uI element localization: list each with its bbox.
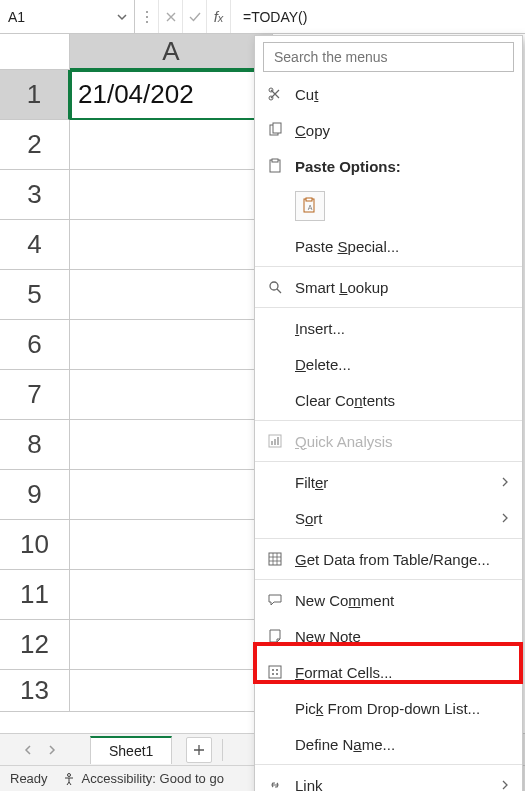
row-header-3[interactable]: 3	[0, 170, 70, 220]
menu-quick-analysis: Quick Analysis	[255, 423, 522, 459]
x-icon	[165, 11, 177, 23]
svg-rect-17	[269, 553, 281, 565]
menu-pick-list[interactable]: Pick From Drop-down List...	[255, 690, 522, 726]
menu-smart-lookup[interactable]: Smart Lookup	[255, 269, 522, 305]
svg-point-20	[276, 669, 278, 671]
menu-insert[interactable]: Insert...	[255, 310, 522, 346]
name-box-input[interactable]	[8, 9, 98, 25]
menu-new-note[interactable]: New Note	[255, 618, 522, 654]
scissors-icon	[263, 86, 287, 102]
svg-rect-14	[271, 441, 273, 445]
menu-pick-list-label: Pick From Drop-down List...	[295, 700, 480, 717]
menu-new-comment-label: New Comment	[295, 592, 394, 609]
status-accessibility[interactable]: Accessibility: Good to go	[62, 771, 224, 786]
cell-a1[interactable]: 21/04/202	[70, 70, 273, 120]
cell-a8[interactable]	[70, 420, 273, 470]
menu-format-cells-label: Format Cells...	[295, 664, 393, 681]
add-sheet-button[interactable]	[186, 737, 212, 763]
menu-delete[interactable]: Delete...	[255, 346, 522, 382]
row-header-8[interactable]: 8	[0, 420, 70, 470]
name-box-dropdown[interactable]	[116, 11, 128, 23]
cancel-formula-button[interactable]	[159, 0, 183, 33]
row-header-1[interactable]: 1	[0, 70, 70, 120]
svg-rect-8	[272, 159, 278, 162]
menu-smart-lookup-label: Smart Lookup	[295, 279, 388, 296]
menu-filter-label: Filter	[295, 474, 328, 491]
row-header-6[interactable]: 6	[0, 320, 70, 370]
cell-a12[interactable]	[70, 620, 273, 670]
cell-a9[interactable]	[70, 470, 273, 520]
check-icon	[188, 11, 202, 23]
separator	[255, 764, 522, 765]
menu-filter[interactable]: Filter	[255, 464, 522, 500]
sheet-tab-sheet1[interactable]: Sheet1	[90, 736, 172, 764]
cell-a5[interactable]	[70, 270, 273, 320]
plus-icon	[192, 743, 206, 757]
search-menus-input[interactable]	[263, 42, 514, 72]
cell-a3[interactable]	[70, 170, 273, 220]
cell-a13[interactable]	[70, 670, 273, 712]
menu-paste-special[interactable]: Paste Special...	[255, 228, 522, 264]
row-header-11[interactable]: 11	[0, 570, 70, 620]
row-header-4[interactable]: 4	[0, 220, 70, 270]
menu-clear-contents[interactable]: Clear Contents	[255, 382, 522, 418]
cell-a4[interactable]	[70, 220, 273, 270]
format-cells-icon	[263, 664, 287, 680]
insert-function-button[interactable]: fx	[207, 0, 231, 33]
menu-sort[interactable]: Sort	[255, 500, 522, 536]
status-ready: Ready	[10, 771, 48, 786]
cell-a11[interactable]	[70, 570, 273, 620]
search-icon	[263, 279, 287, 295]
svg-text:A: A	[308, 204, 313, 211]
chevron-down-icon	[116, 11, 128, 23]
menu-format-cells[interactable]: Format Cells...	[255, 654, 522, 690]
menu-clear-contents-label: Clear Contents	[295, 392, 395, 409]
column-header-a[interactable]: A	[70, 34, 273, 70]
cell-a2[interactable]	[70, 120, 273, 170]
row-header-5[interactable]: 5	[0, 270, 70, 320]
comment-icon	[263, 592, 287, 608]
menu-paste-options-label: Paste Options:	[295, 158, 401, 175]
paste-options-row: A	[255, 184, 522, 228]
svg-rect-18	[269, 666, 281, 678]
row-header-13[interactable]: 13	[0, 670, 70, 712]
row-header-10[interactable]: 10	[0, 520, 70, 570]
select-all-corner[interactable]	[0, 34, 70, 70]
name-box-wrap	[0, 0, 135, 33]
menu-cut-label: Cut	[295, 86, 318, 103]
separator-dots	[135, 0, 159, 33]
quick-analysis-icon	[263, 433, 287, 449]
dots-vertical-icon	[144, 10, 150, 24]
cell-a7[interactable]	[70, 370, 273, 420]
cell-a6[interactable]	[70, 320, 273, 370]
menu-define-name-label: Define Name...	[295, 736, 395, 753]
row-header-12[interactable]: 12	[0, 620, 70, 670]
menu-cut[interactable]: Cut	[255, 76, 522, 112]
svg-point-19	[272, 669, 274, 671]
separator	[255, 420, 522, 421]
rows: 1 21/04/202 2 3 4 5 6 7 8 9 10 11 12 13	[0, 70, 273, 712]
svg-rect-6	[273, 123, 281, 133]
confirm-formula-button[interactable]	[183, 0, 207, 33]
row-header-2[interactable]: 2	[0, 120, 70, 170]
menu-link-label: Link	[295, 777, 323, 792]
menu-sort-label: Sort	[295, 510, 323, 527]
paste-default-button[interactable]: A	[295, 191, 325, 221]
svg-point-22	[276, 673, 278, 675]
context-menu: Cut Copy Paste Options: A Paste Special.…	[254, 35, 523, 791]
cell-a10[interactable]	[70, 520, 273, 570]
sheet-prev-button[interactable]	[18, 740, 38, 760]
menu-copy[interactable]: Copy	[255, 112, 522, 148]
menu-new-comment[interactable]: New Comment	[255, 582, 522, 618]
formula-value[interactable]: =TODAY()	[231, 9, 307, 25]
menu-define-name[interactable]: Define Name...	[255, 726, 522, 762]
row-header-7[interactable]: 7	[0, 370, 70, 420]
menu-get-data[interactable]: Get Data from Table/Range...	[255, 541, 522, 577]
menu-paste-options-header: Paste Options:	[255, 148, 522, 184]
menu-copy-label: Copy	[295, 122, 330, 139]
menu-delete-label: Delete...	[295, 356, 351, 373]
row-header-9[interactable]: 9	[0, 470, 70, 520]
sheet-next-button[interactable]	[42, 740, 62, 760]
menu-paste-special-label: Paste Special...	[295, 238, 399, 255]
menu-link[interactable]: Link	[255, 767, 522, 791]
